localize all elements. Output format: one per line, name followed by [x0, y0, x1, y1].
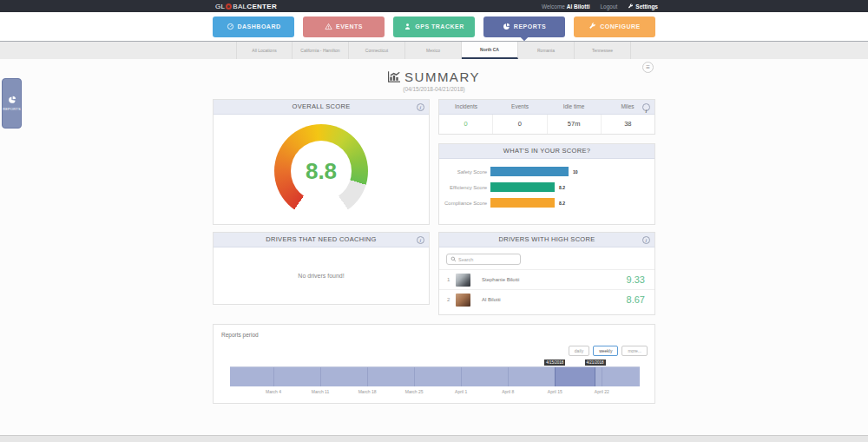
main-nav: DASHBOARD EVENTS GPS TRACKER REPORTS CON…	[0, 12, 868, 41]
wrench-icon	[589, 23, 596, 30]
daily-button[interactable]: daily	[569, 346, 589, 356]
logo-text-gl: GL	[215, 3, 225, 10]
reports-period-panel: Reports period daily weekly more... 4/15…	[213, 324, 655, 404]
info-icon[interactable]	[642, 236, 650, 244]
bar-value: 10	[573, 169, 578, 175]
tab-california-hamilton[interactable]: California - Hamilton	[293, 42, 349, 59]
high-score-header: DRIVERS WITH HIGH SCORE	[439, 233, 654, 247]
driver-name: Stephanie Bilotti	[482, 277, 627, 282]
side-tab-label: REPORTS	[3, 107, 21, 111]
logout-link[interactable]: Logout	[600, 3, 617, 10]
timeline-band[interactable]: 4/15/2018 4/21/2018	[230, 366, 640, 386]
stats-table: Incidents Events Idle time Miles 0 0 57m…	[438, 99, 655, 135]
footer-strip	[0, 435, 868, 442]
warning-icon	[325, 23, 332, 30]
navbar-right: Welcome Al Bilotti Logout Settings	[542, 0, 658, 12]
driver-name: Al Bilotti	[482, 297, 627, 302]
info-icon[interactable]	[417, 236, 424, 244]
top-navbar: GLBALCENTER Welcome Al Bilotti Logout Se…	[0, 0, 868, 12]
axis-tick-label: April 15	[548, 389, 562, 394]
avatar	[456, 274, 470, 287]
bar-label: Safety Score	[439, 169, 487, 175]
gps-tracker-button[interactable]: GPS TRACKER	[393, 16, 475, 37]
welcome-text: Welcome Al Bilotti	[542, 3, 590, 10]
gridline	[414, 367, 415, 386]
info-icon[interactable]	[642, 103, 650, 111]
stats-header-row: Incidents Events Idle time Miles	[439, 100, 654, 115]
score-breakdown-header: WHAT'S IN YOUR SCORE?	[439, 144, 654, 159]
tab-connecticut[interactable]: Connecticut	[349, 42, 405, 59]
driver-row[interactable]: 1 Stephanie Bilotti 9.33	[439, 269, 654, 289]
axis-tick-label: March 18	[358, 389, 377, 394]
logo-text-bal: BAL	[233, 3, 247, 10]
weekly-button[interactable]: weekly	[593, 346, 618, 356]
axis-tick-label: April 1	[455, 389, 467, 394]
tab-romania[interactable]: Romania	[518, 42, 575, 59]
configure-button[interactable]: CONFIGURE	[574, 16, 655, 37]
bar-label: Compliance Score	[439, 201, 487, 206]
stats-header-incidents: Incidents	[439, 100, 493, 114]
compliance-score-row: Compliance Score 8.2	[439, 198, 648, 208]
reports-button[interactable]: REPORTS	[483, 16, 565, 37]
axis-tick-label: March 4	[266, 389, 281, 394]
gridline	[320, 367, 321, 386]
stats-value-miles: 38	[601, 115, 654, 134]
timeline-axis: March 4 March 11 March 18 March 25 April…	[230, 389, 640, 396]
range-buttons: daily weekly more...	[569, 346, 648, 356]
timeline-selection-handle[interactable]	[555, 367, 595, 386]
tab-mexico[interactable]: Mexico	[405, 42, 462, 59]
person-pin-icon	[404, 23, 411, 30]
stats-value-idle-time: 57m	[547, 115, 601, 134]
bar-value: 8.2	[559, 185, 565, 190]
gridline	[602, 367, 602, 386]
stats-value-row: 0 0 57m 38	[439, 115, 654, 134]
gridline	[273, 367, 274, 386]
gridline	[508, 367, 509, 386]
stats-header-events: Events	[493, 100, 547, 114]
dashboard-icon	[227, 23, 234, 30]
axis-tick-label: March 11	[312, 389, 329, 394]
axis-tick-label: March 25	[405, 389, 424, 394]
coaching-panel: DRIVERS THAT NEED COACHING No drivers fo…	[213, 232, 430, 305]
stats-value-events: 0	[492, 115, 546, 134]
bar-chart-icon	[388, 71, 400, 82]
settings-link[interactable]: Settings	[628, 3, 658, 10]
reports-side-tab[interactable]: REPORTS	[2, 78, 22, 129]
tab-north-ca[interactable]: North CA	[462, 42, 518, 59]
search-input[interactable]	[458, 257, 514, 262]
score-gauge: 8.8	[214, 115, 429, 224]
score-breakdown-panel: WHAT'S IN YOUR SCORE? Safety Score 10 Ef…	[438, 143, 655, 225]
selection-start-tooltip: 4/15/2018	[544, 360, 565, 366]
axis-tick-label: April 22	[595, 389, 609, 394]
driver-row[interactable]: 2 Al Bilotti 8.67	[439, 289, 654, 309]
info-icon[interactable]	[417, 103, 424, 111]
driver-score: 9.33	[627, 274, 645, 285]
safety-score-bar	[490, 167, 569, 176]
export-menu-button[interactable]	[642, 62, 654, 73]
safety-score-row: Safety Score 10	[439, 167, 648, 176]
tab-all-locations[interactable]: All Locations	[236, 42, 293, 59]
driver-score: 8.67	[627, 294, 645, 305]
high-score-panel: DRIVERS WITH HIGH SCORE 1 Stephanie Bilo…	[438, 232, 655, 315]
efficiency-score-row: Efficiency Score 8.2	[439, 182, 648, 192]
more-button[interactable]: more...	[621, 346, 648, 356]
date-range-subtitle: (04/15/2018-04/21/2018)	[0, 86, 868, 92]
overall-score-panel: OVERALL SCORE 8.8	[213, 99, 430, 225]
search-icon	[450, 256, 457, 262]
dashboard-button[interactable]: DASHBOARD	[213, 16, 294, 37]
target-icon	[226, 3, 232, 10]
page-title: SUMMARY	[0, 59, 868, 84]
compliance-score-bar	[490, 198, 555, 208]
overall-score-header: OVERALL SCORE	[214, 100, 429, 115]
page-content: REPORTS SUMMARY (04/15/2018-04/21/2018) …	[0, 59, 868, 435]
wrench-icon	[628, 3, 634, 10]
tab-tennessee[interactable]: Tennessee	[575, 42, 631, 59]
pie-chart-icon	[503, 23, 510, 30]
events-button[interactable]: EVENTS	[303, 16, 385, 37]
current-user: Al Bilotti	[567, 3, 590, 10]
reports-period-label: Reports period	[221, 332, 259, 338]
stats-header-idle-time: Idle time	[547, 100, 601, 114]
coaching-empty-message: No drivers found!	[214, 247, 429, 304]
bar-label: Efficiency Score	[439, 185, 487, 190]
driver-rank: 1	[447, 277, 456, 282]
